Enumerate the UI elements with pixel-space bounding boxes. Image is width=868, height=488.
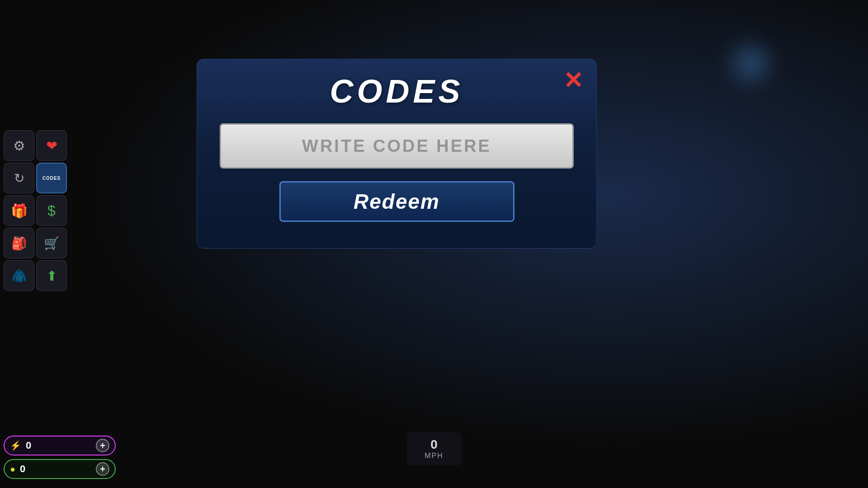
coins-plus-button[interactable]: +: [96, 462, 109, 476]
codes-modal: ✕ CODES Redeem: [197, 59, 597, 249]
sidebar: ⚙ ❤ ↻ CODES 🎁 $ 🎒 🛒 🧥: [0, 127, 75, 295]
sidebar-row-4: 🎒 🛒: [4, 228, 71, 258]
modal-title: CODES: [330, 73, 463, 110]
energy-plus-button[interactable]: +: [96, 439, 109, 452]
background-blur: [723, 36, 778, 90]
hanger-icon: 🧥: [11, 268, 27, 283]
redeem-button[interactable]: Redeem: [279, 181, 514, 222]
gear-icon: ⚙: [13, 138, 25, 154]
codes-button-label: CODES: [42, 176, 61, 181]
gift-button[interactable]: 🎁: [4, 195, 34, 226]
sidebar-row-1: ⚙ ❤: [4, 130, 71, 161]
money-button[interactable]: $: [36, 195, 67, 226]
wardrobe-button[interactable]: 🧥: [4, 260, 34, 291]
rank-button[interactable]: ⬆: [36, 260, 67, 291]
redeem-label: Redeem: [354, 190, 440, 213]
backpack-icon: 🎒: [11, 236, 27, 251]
energy-plus-label: +: [100, 441, 105, 451]
cart-button[interactable]: 🛒: [36, 228, 67, 258]
coins-bar: ● 0 +: [4, 459, 116, 479]
backpack-button[interactable]: 🎒: [4, 228, 34, 258]
code-input[interactable]: [220, 123, 574, 169]
modal-close-button[interactable]: ✕: [561, 68, 585, 93]
speed-value: 0: [425, 437, 443, 452]
chevron-up-icon: ⬆: [46, 268, 57, 284]
refresh-icon: ↻: [14, 171, 24, 186]
close-icon: ✕: [563, 69, 583, 92]
energy-value: 0: [26, 440, 91, 451]
speed-unit: MPH: [425, 452, 443, 460]
dollar-icon: $: [47, 202, 56, 219]
cart-icon: 🛒: [44, 236, 60, 251]
sidebar-row-5: 🧥 ⬆: [4, 260, 71, 291]
coins-value: 0: [20, 463, 91, 475]
lightning-icon: ⚡: [10, 440, 21, 451]
coin-icon: ●: [10, 464, 15, 474]
settings-button[interactable]: ⚙: [4, 130, 34, 161]
heart-icon: ❤: [46, 138, 57, 154]
speedometer: 0 MPH: [406, 432, 462, 465]
refresh-button[interactable]: ↻: [4, 163, 34, 193]
coins-plus-label: +: [100, 464, 105, 474]
codes-button[interactable]: CODES: [36, 163, 67, 193]
bottom-hud: ⚡ 0 + ● 0 +: [4, 436, 116, 479]
favorites-button[interactable]: ❤: [36, 130, 67, 161]
gift-icon: 🎁: [11, 203, 28, 219]
energy-bar: ⚡ 0 +: [4, 436, 116, 455]
sidebar-row-3: 🎁 $: [4, 195, 71, 226]
sidebar-row-2: ↻ CODES: [4, 163, 71, 193]
